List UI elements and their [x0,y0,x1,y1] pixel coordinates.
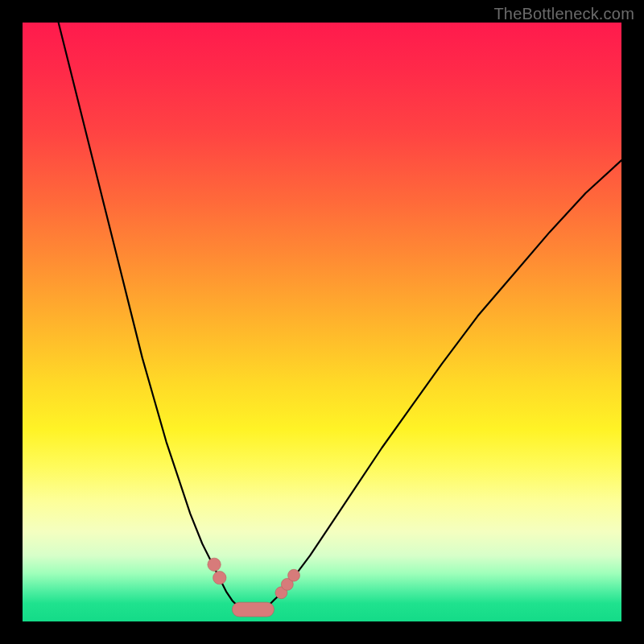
left-curve [59,23,243,609]
markers-group [208,558,300,599]
left-dot-lower [213,572,226,584]
right-curve [263,160,621,609]
right-dot-3 [288,569,300,581]
watermark-text: TheBottleneck.com [493,5,634,23]
chart-frame: TheBottleneck.com [0,0,644,644]
plot-area [23,23,621,621]
svg-rect-0 [232,602,274,617]
curves-svg [23,23,621,621]
valley-sausage [232,602,274,617]
left-dot-upper [208,558,221,571]
